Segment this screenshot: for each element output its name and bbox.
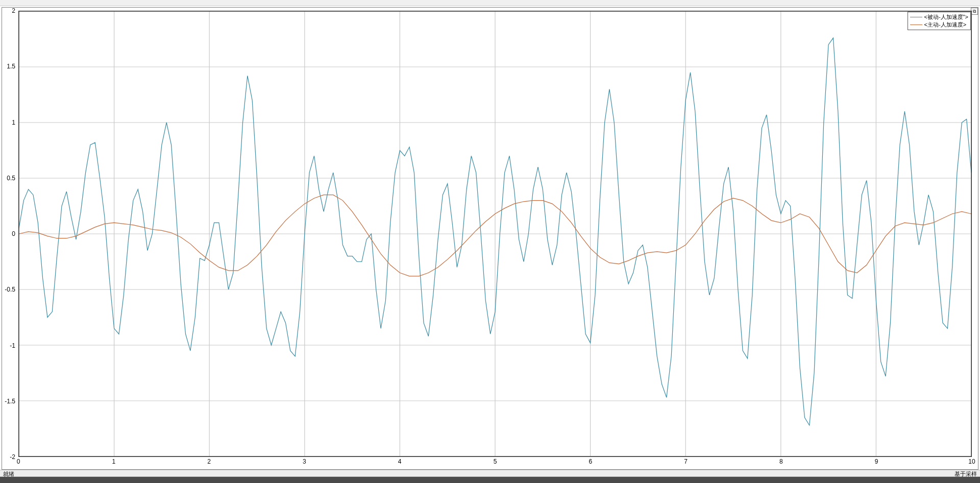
legend-item-active[interactable]: <主动-人加速度> [910, 21, 968, 29]
x-axis-labels: 012345678910 [18, 458, 972, 466]
legend-item-passive[interactable]: <被动-人加速度"> [910, 13, 968, 21]
status-right: 基于采样 [954, 470, 977, 476]
y-tick-label: 1.5 [7, 63, 15, 70]
x-tick-label: 10 [968, 458, 975, 465]
y-tick-label: 0.5 [7, 175, 15, 182]
x-tick-label: 6 [589, 458, 592, 465]
y-tick-label: 0 [12, 230, 15, 237]
x-tick-label: 2 [207, 458, 211, 465]
y-tick-label: -1.5 [5, 398, 15, 405]
x-tick-label: 4 [398, 458, 402, 465]
status-bar: 就绪 基于采样 [0, 470, 980, 477]
footer-strip [0, 477, 980, 483]
y-tick-label: -0.5 [5, 286, 15, 293]
y-tick-label: -2 [10, 453, 15, 461]
x-tick-label: 3 [303, 458, 306, 465]
legend-label-passive: <被动-人加速度"> [924, 13, 968, 21]
y-axis-labels: -2-1.5-1-0.500.511.52 [2, 11, 17, 457]
x-tick-label: 8 [779, 458, 783, 465]
legend-label-active: <主动-人加速度> [924, 21, 967, 29]
toolbar-strip [0, 0, 980, 6]
status-left: 就绪 [3, 470, 14, 476]
x-tick-label: 0 [17, 458, 20, 465]
plot-frame: ⧉ -2-1.5-1-0.500.511.52 <被动-人加速度"> <主动-人… [2, 7, 978, 470]
y-tick-label: -1 [10, 342, 15, 349]
y-tick-label: 2 [12, 7, 15, 14]
gridlines [19, 11, 971, 456]
x-tick-label: 7 [684, 458, 688, 465]
x-tick-label: 1 [112, 458, 115, 465]
legend[interactable]: <被动-人加速度"> <主动-人加速度> [908, 12, 971, 30]
x-tick-label: 5 [494, 458, 497, 465]
chart-axes[interactable]: <被动-人加速度"> <主动-人加速度> [18, 11, 972, 457]
legend-swatch-passive [910, 17, 922, 18]
y-tick-label: 1 [12, 119, 15, 126]
chart-canvas [19, 11, 971, 456]
legend-swatch-active [910, 25, 922, 26]
scope-window: ⧉ -2-1.5-1-0.500.511.52 <被动-人加速度"> <主动-人… [0, 0, 980, 483]
x-tick-label: 9 [875, 458, 878, 465]
legend-toggle-icon[interactable]: ⧉ [971, 8, 978, 15]
